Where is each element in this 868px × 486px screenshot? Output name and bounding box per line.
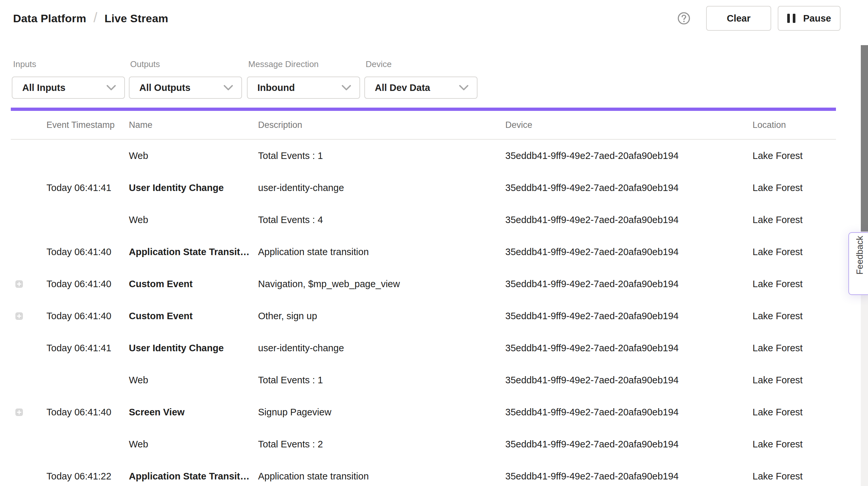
event-location: Lake Forest [752, 150, 836, 161]
event-name: User Identity Change [129, 343, 258, 354]
expand-row-button[interactable] [16, 312, 23, 320]
column-header-device: Device [505, 120, 752, 130]
event-timestamp: Today 06:41:40 [46, 311, 129, 322]
column-header-event-timestamp: Event Timestamp [46, 120, 129, 130]
event-location: Lake Forest [752, 182, 836, 193]
feedback-tab[interactable]: Feedback [848, 232, 868, 295]
table-row: Web Total Events : 1 35eddb41-9ff9-49e2-… [11, 364, 836, 396]
inputs-select[interactable]: All Inputs [12, 77, 125, 99]
device-label: Device [366, 59, 477, 69]
accent-divider [11, 108, 836, 111]
expand-row-button[interactable] [16, 408, 23, 416]
table-row: Today 06:41:22 Application State Transit… [11, 460, 836, 486]
column-header-description: Description [258, 120, 505, 130]
plus-icon [16, 408, 23, 416]
event-device: 35eddb41-9ff9-49e2-7aed-20afa90eb194 [505, 471, 752, 482]
scrollbar-thumb[interactable] [861, 45, 868, 232]
event-device: 35eddb41-9ff9-49e2-7aed-20afa90eb194 [505, 343, 752, 354]
message-direction-selected-value: Inbound [257, 83, 295, 93]
event-device: 35eddb41-9ff9-49e2-7aed-20afa90eb194 [505, 375, 752, 386]
clear-button[interactable]: Clear [706, 6, 771, 31]
inputs-selected-value: All Inputs [22, 83, 65, 93]
event-location: Lake Forest [752, 343, 836, 354]
outputs-select[interactable]: All Outputs [129, 77, 242, 99]
event-device: 35eddb41-9ff9-49e2-7aed-20afa90eb194 [505, 182, 752, 193]
table-row: Today 06:41:40 Custom Event Other, sign … [11, 300, 836, 332]
filter-message-direction: Message Direction Inbound [247, 59, 360, 99]
table-row: Today 06:41:41 User Identity Change user… [11, 172, 836, 204]
question-mark-icon [677, 12, 690, 25]
column-header-location: Location [752, 120, 836, 130]
event-device: 35eddb41-9ff9-49e2-7aed-20afa90eb194 [505, 407, 752, 418]
device-selected-value: All Dev Data [375, 83, 430, 93]
event-location: Lake Forest [752, 471, 836, 482]
table-header-row: Event Timestamp Name Description Device … [11, 111, 836, 140]
event-description: Total Events : 2 [258, 439, 505, 450]
filter-inputs: Inputs All Inputs [12, 59, 125, 99]
inputs-label: Inputs [13, 59, 125, 69]
table-row: Today 06:41:41 User Identity Change user… [11, 332, 836, 364]
event-device: 35eddb41-9ff9-49e2-7aed-20afa90eb194 [505, 279, 752, 290]
event-name: Web [129, 439, 258, 450]
event-description: Signup Pageview [258, 407, 505, 418]
table-row: Web Total Events : 2 35eddb41-9ff9-49e2-… [11, 428, 836, 460]
device-select[interactable]: All Dev Data [364, 77, 477, 99]
help-button[interactable] [677, 11, 691, 26]
event-device: 35eddb41-9ff9-49e2-7aed-20afa90eb194 [505, 247, 752, 257]
event-timestamp: Today 06:41:40 [46, 407, 129, 418]
event-name: Web [129, 375, 258, 386]
event-timestamp: Today 06:41:40 [46, 279, 129, 290]
pause-icon [787, 14, 796, 23]
event-location: Lake Forest [752, 375, 836, 386]
expand-row-button[interactable] [16, 280, 23, 288]
event-location: Lake Forest [752, 407, 836, 418]
breadcrumb-separator: / [94, 10, 97, 26]
event-description: Application state transition [258, 471, 505, 482]
event-description: Other, sign up [258, 311, 505, 322]
clear-button-label: Clear [727, 13, 751, 24]
plus-icon [16, 312, 23, 320]
filters-bar: Inputs All Inputs Outputs All Outputs Me… [0, 45, 868, 108]
chevron-down-icon [106, 85, 116, 91]
event-name: Application State Transition [129, 471, 258, 482]
event-name: Application State Transition [129, 247, 258, 257]
event-timestamp: Today 06:41:41 [46, 182, 129, 193]
event-name: Custom Event [129, 279, 258, 290]
table-row: Web Total Events : 1 35eddb41-9ff9-49e2-… [11, 140, 836, 172]
event-timestamp: Today 06:41:40 [46, 247, 129, 257]
event-name: Web [129, 215, 258, 225]
event-name: Web [129, 150, 258, 161]
event-description: user-identity-change [258, 343, 505, 354]
chevron-down-icon [459, 85, 468, 91]
table-row: Today 06:41:40 Custom Event Navigation, … [11, 268, 836, 300]
event-device: 35eddb41-9ff9-49e2-7aed-20afa90eb194 [505, 311, 752, 322]
table-body: Web Total Events : 1 35eddb41-9ff9-49e2-… [11, 140, 836, 486]
chevron-down-icon [342, 85, 351, 91]
filter-outputs: Outputs All Outputs [129, 59, 242, 99]
event-timestamp: Today 06:41:41 [46, 343, 129, 354]
event-name: Custom Event [129, 311, 258, 322]
message-direction-select[interactable]: Inbound [247, 77, 360, 99]
table-row: Today 06:41:40 Screen View Signup Pagevi… [11, 396, 836, 428]
event-location: Lake Forest [752, 247, 836, 257]
event-description: user-identity-change [258, 182, 505, 193]
event-description: Application state transition [258, 247, 505, 257]
event-name: Screen View [129, 407, 258, 418]
outputs-selected-value: All Outputs [139, 83, 190, 93]
breadcrumb: Data Platform / Live Stream [13, 10, 168, 26]
pause-button[interactable]: Pause [778, 6, 840, 31]
table-row: Web Total Events : 4 35eddb41-9ff9-49e2-… [11, 204, 836, 236]
outputs-label: Outputs [130, 59, 242, 69]
event-location: Lake Forest [752, 439, 836, 450]
event-device: 35eddb41-9ff9-49e2-7aed-20afa90eb194 [505, 150, 752, 161]
event-timestamp: Today 06:41:22 [46, 471, 129, 482]
event-description: Total Events : 1 [258, 375, 505, 386]
plus-icon [16, 280, 23, 288]
breadcrumb-data-platform[interactable]: Data Platform [13, 12, 86, 25]
feedback-tab-label: Feedback [855, 253, 865, 274]
filter-device: Device All Dev Data [364, 59, 477, 99]
live-stream-page: Data Platform / Live Stream Clear [0, 0, 868, 486]
event-device: 35eddb41-9ff9-49e2-7aed-20afa90eb194 [505, 439, 752, 450]
event-description: Total Events : 4 [258, 215, 505, 225]
event-description: Navigation, $mp_web_page_view [258, 279, 505, 290]
